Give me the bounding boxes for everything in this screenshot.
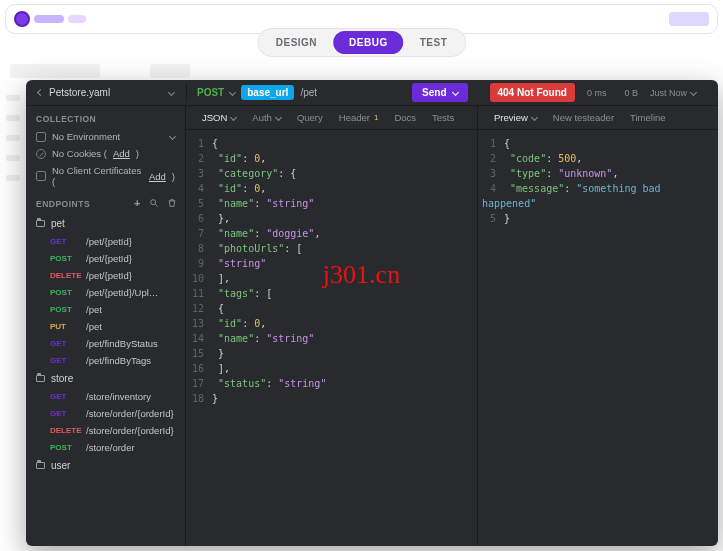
- cookies-row[interactable]: No Cookies (Add): [26, 145, 185, 162]
- environment-row[interactable]: No Environment: [26, 128, 185, 145]
- endpoint-item[interactable]: DELETE/pet/{petId}: [26, 267, 185, 284]
- tab-preview[interactable]: Preview: [488, 109, 543, 126]
- folder-pet[interactable]: pet: [26, 214, 185, 233]
- endpoint-path: /store/order: [86, 442, 135, 453]
- chevron-down-icon: [690, 89, 697, 96]
- env-label: No Environment: [52, 131, 120, 142]
- cancel-icon: [36, 149, 46, 159]
- endpoint-item[interactable]: DELETE/store/order/{orderId}: [26, 422, 185, 439]
- send-label: Send: [422, 87, 446, 98]
- request-pane: JSON Auth Query Header 1 Docs Tests 1{ 2…: [186, 106, 478, 546]
- send-button[interactable]: Send: [412, 83, 467, 102]
- tab-timeline[interactable]: Timeline: [624, 109, 672, 126]
- folder-icon: [36, 375, 45, 382]
- endpoint-item[interactable]: GET/pet/{petId}: [26, 233, 185, 250]
- endpoint-path: /pet/{petId}/Upl…: [86, 287, 158, 298]
- base-url-pill[interactable]: base_url: [241, 85, 294, 100]
- method-dropdown-icon[interactable]: [229, 89, 236, 96]
- box-icon: [36, 171, 46, 181]
- panel-header: Petstore.yaml POST base_url /pet Send 40…: [26, 80, 718, 106]
- method-label: GET: [50, 237, 80, 246]
- endpoint-item[interactable]: GET/pet/findByStatus: [26, 335, 185, 352]
- method-label: DELETE: [50, 271, 80, 280]
- endpoint-path: /pet/findByStatus: [86, 338, 158, 349]
- endpoint-path: /pet/{petId}: [86, 270, 132, 281]
- certs-text: No Client Certificates (: [52, 165, 143, 187]
- search-icon[interactable]: [149, 198, 159, 210]
- tab-auth[interactable]: Auth: [246, 109, 287, 126]
- add-link[interactable]: Add: [113, 148, 130, 159]
- chevron-down-icon: [275, 114, 282, 121]
- folder-icon: [36, 462, 45, 469]
- endpoint-item[interactable]: GET/store/inventory: [26, 388, 185, 405]
- svg-point-0: [151, 200, 156, 205]
- method-label: POST: [50, 443, 80, 452]
- tab-header[interactable]: Header 1: [333, 109, 385, 126]
- endpoint-path: /store/order/{orderId}: [86, 408, 174, 419]
- response-time: 0 ms: [581, 88, 613, 98]
- trash-icon[interactable]: [167, 198, 177, 210]
- tab-design[interactable]: DESIGN: [260, 31, 333, 54]
- history-dropdown[interactable]: Just Now: [650, 88, 708, 98]
- tab-docs[interactable]: Docs: [388, 109, 422, 126]
- chevron-down-icon: [531, 114, 538, 121]
- method-label: GET: [50, 356, 80, 365]
- box-icon: [36, 132, 46, 142]
- browser-action[interactable]: [669, 12, 709, 26]
- endpoint-item[interactable]: POST/pet/{petId}/Upl…: [26, 284, 185, 301]
- response-body[interactable]: 1{ 2 "code": 500, 3 "type": "unknown", 4…: [478, 130, 718, 546]
- response-tabs: Preview New testeader Timeline: [478, 106, 718, 130]
- endpoint-item[interactable]: GET/pet/findByTags: [26, 352, 185, 369]
- http-method[interactable]: POST: [197, 87, 224, 98]
- collection-heading: COLLECTION: [26, 106, 185, 128]
- chevron-down-icon: [230, 114, 237, 121]
- folder-user[interactable]: user: [26, 456, 185, 475]
- endpoint-item[interactable]: GET/store/order/{orderId}: [26, 405, 185, 422]
- tab-test[interactable]: TEST: [404, 31, 464, 54]
- placeholder: [34, 15, 64, 23]
- tab-query[interactable]: Query: [291, 109, 329, 126]
- add-link[interactable]: Add: [149, 171, 166, 182]
- response-size: 0 B: [618, 88, 644, 98]
- status-badge: 404 Not Found: [490, 83, 575, 102]
- method-label: POST: [50, 288, 80, 297]
- app-logo: [14, 11, 30, 27]
- method-label: GET: [50, 392, 80, 401]
- endpoint-item[interactable]: POST/pet: [26, 301, 185, 318]
- method-label: POST: [50, 254, 80, 263]
- endpoint-item[interactable]: PUT/pet: [26, 318, 185, 335]
- left-gutter: [6, 95, 20, 181]
- folder-icon: [36, 220, 45, 227]
- certs-row[interactable]: No Client Certificates (Add): [26, 162, 185, 190]
- endpoint-path: /pet/findByTags: [86, 355, 151, 366]
- add-icon[interactable]: +: [134, 198, 141, 210]
- endpoints-heading: ENDPOINTS +: [26, 190, 185, 214]
- tab-debug[interactable]: DEBUG: [333, 31, 404, 54]
- method-label: GET: [50, 339, 80, 348]
- chevron-left-icon: [37, 89, 44, 96]
- placeholder: [150, 64, 190, 78]
- method-label: POST: [50, 305, 80, 314]
- url-path[interactable]: /pet: [300, 87, 317, 98]
- endpoint-path: /pet: [86, 304, 102, 315]
- endpoint-item[interactable]: POST/pet/{petId}: [26, 250, 185, 267]
- request-tabs: JSON Auth Query Header 1 Docs Tests: [186, 106, 477, 130]
- endpoint-path: /pet/{petId}: [86, 253, 132, 264]
- response-pane: Preview New testeader Timeline 1{ 2 "cod…: [478, 106, 718, 546]
- chevron-down-icon: [168, 89, 175, 96]
- endpoint-path: /store/inventory: [86, 391, 151, 402]
- method-label: GET: [50, 409, 80, 418]
- toolbar-placeholder-row: [10, 64, 713, 78]
- folder-store[interactable]: store: [26, 369, 185, 388]
- request-bar: POST base_url /pet Send 404 Not Found 0 …: [186, 83, 718, 102]
- tab-json[interactable]: JSON: [196, 109, 242, 126]
- endpoint-path: /pet: [86, 321, 102, 332]
- tab-tests[interactable]: Tests: [426, 109, 460, 126]
- tab-new-test[interactable]: New testeader: [547, 109, 620, 126]
- request-body-editor[interactable]: 1{ 2 "id": 0, 3 "category": { 4 "id": 0,…: [186, 130, 477, 546]
- endpoint-item[interactable]: POST/store/order: [26, 439, 185, 456]
- file-picker[interactable]: Petstore.yaml: [26, 87, 186, 98]
- debug-panel: Petstore.yaml POST base_url /pet Send 40…: [26, 80, 718, 546]
- file-name: Petstore.yaml: [49, 87, 110, 98]
- placeholder: [68, 15, 86, 23]
